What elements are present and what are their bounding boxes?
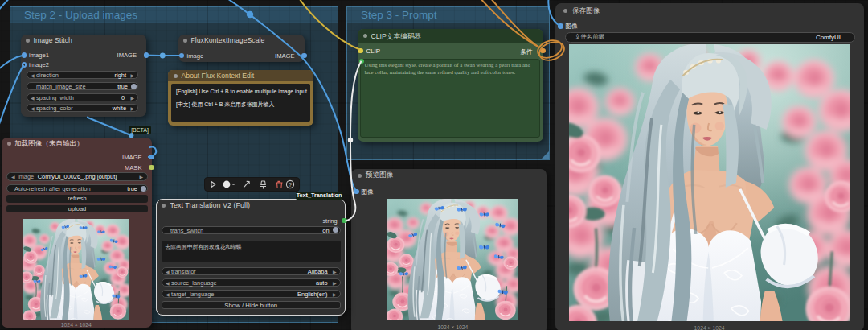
svg-text:?: ?	[289, 181, 292, 188]
